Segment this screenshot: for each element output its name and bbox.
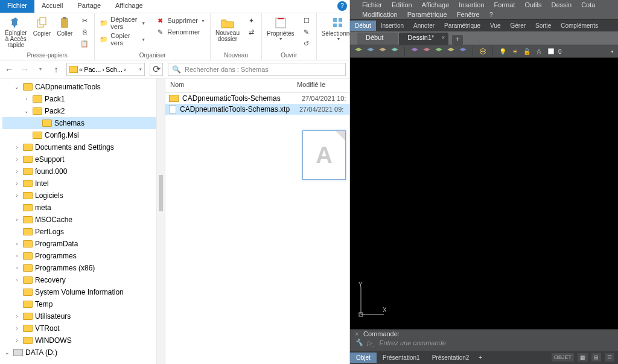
chevron-right-icon[interactable]: › [13, 325, 21, 331]
tree-node[interactable]: ⌄CADpneumaticTools [2, 81, 156, 93]
tab-share[interactable]: Partage [70, 0, 108, 13]
plot-icon[interactable]: ⎙ [534, 46, 544, 56]
tree-node[interactable]: ›Logiciels [2, 190, 156, 202]
tree-node[interactable]: ›eSupport [2, 153, 156, 165]
properties-button[interactable]: Propriétés ▼ [264, 15, 297, 42]
tab-home[interactable]: Accueil [34, 0, 70, 13]
chevron-down-icon[interactable]: ⌄ [13, 84, 21, 90]
tree-node[interactable]: ›ProgramData [2, 238, 156, 250]
menu-item[interactable]: Fichier [357, 1, 387, 8]
menu-item[interactable]: Paramétrique [403, 11, 452, 18]
menu-item[interactable]: Insertion [454, 1, 489, 8]
doc-tab-start[interactable]: Début [357, 33, 398, 45]
tree-node[interactable]: ›Programmes [2, 250, 156, 262]
help-icon[interactable]: ? [337, 1, 347, 11]
chevron-right-icon[interactable]: › [13, 313, 21, 319]
tree-node[interactable]: ›MSOCache [2, 214, 156, 226]
ribbon-tab[interactable]: Compléments [556, 21, 603, 31]
tree-scrollbar[interactable] [157, 78, 165, 364]
chevron-right-icon[interactable]: › [13, 180, 21, 187]
color-swatch[interactable] [546, 46, 556, 56]
tree-node[interactable]: Config.Msi [2, 129, 156, 141]
layer-tool-icon[interactable] [378, 46, 387, 56]
layer-props-icon[interactable] [478, 46, 488, 56]
sun-icon[interactable]: ☀ [510, 46, 520, 56]
tree-node[interactable]: ›WINDOWS [2, 334, 156, 346]
cut-button[interactable]: ✂ [77, 15, 92, 26]
breadcrumb[interactable]: « Pac... › Sch... › ▾ [66, 63, 145, 76]
delete-button[interactable]: ✖Supprimer▼ [153, 15, 208, 26]
tree-node[interactable]: ›Recovery [2, 274, 156, 286]
refresh-button[interactable]: ⟳ [150, 63, 163, 76]
layer-tool-icon[interactable] [390, 46, 400, 56]
search-input[interactable]: 🔍 Rechercher dans : Schemas [168, 63, 346, 76]
chevron-right-icon[interactable]: › [13, 144, 21, 150]
new-tab-button[interactable]: + [452, 35, 463, 45]
menu-item[interactable]: Modification [357, 11, 403, 18]
layer-tool-icon[interactable] [354, 46, 363, 56]
menu-item[interactable]: Edition [387, 1, 417, 8]
ribbon-tab[interactable]: Gérer [506, 21, 531, 31]
layer-tool-icon[interactable] [458, 46, 468, 56]
chevron-right-icon[interactable]: › [13, 168, 21, 174]
chevron-right-icon[interactable]: › [13, 217, 21, 223]
command-input[interactable]: 🔧 ▷_ Entrez une commande [350, 338, 618, 348]
tree-node[interactable]: ›Documents and Settings [2, 141, 156, 153]
menu-item[interactable]: Outils [520, 1, 546, 8]
status-objet[interactable]: OBJET [552, 353, 574, 362]
file-list[interactable]: Nom Modifié le CADpneumaticTools-Schemas… [165, 78, 349, 364]
history-button[interactable]: ↺ [299, 38, 314, 49]
paste-button[interactable]: Coller [54, 15, 75, 37]
history-dropdown[interactable]: ▾ [35, 64, 46, 75]
layer-tool-icon[interactable] [410, 46, 419, 56]
ribbon-tab[interactable]: Sortie [530, 21, 556, 31]
tree-node[interactable]: ›Utilisateurs [2, 310, 156, 322]
ribbon-tab[interactable]: Paramétrique [439, 21, 485, 31]
chevron-right-icon[interactable]: › [13, 265, 21, 271]
back-button[interactable]: ← [4, 64, 14, 75]
chevron-right-icon[interactable]: › [13, 241, 21, 247]
menu-item[interactable]: Cota [576, 1, 600, 8]
file-row[interactable]: CADpneumaticTools-Schemas.xtp27/04/2021 … [165, 104, 349, 115]
layer-name[interactable]: 0 [558, 48, 562, 55]
ribbon-tab[interactable]: Début [350, 21, 376, 31]
menu-item[interactable]: Affichage [417, 1, 454, 8]
file-row[interactable]: CADpneumaticTools-Schemas27/04/2021 10: [165, 93, 349, 104]
layer-tool-icon[interactable] [434, 46, 444, 56]
tree-node[interactable]: ⌄Pack2 [2, 105, 156, 117]
copy-button[interactable]: Copier [31, 15, 53, 37]
chevron-down-icon[interactable]: ▾ [139, 67, 142, 72]
copy-path-button[interactable]: ⎘ [77, 27, 92, 37]
ribbon-tab[interactable]: Vue [485, 21, 505, 31]
up-button[interactable]: ↑ [51, 64, 62, 75]
paste-shortcut-button[interactable]: 📋 [77, 38, 92, 49]
chevron-right-icon[interactable]: › [13, 337, 21, 343]
ribbon-tab[interactable]: Annoter [409, 21, 439, 31]
layout-tab-p2[interactable]: Présentation2 [426, 353, 476, 363]
status-menu-icon[interactable]: ☰ [605, 353, 614, 362]
tab-file[interactable]: Fichier [0, 0, 34, 13]
menu-item[interactable]: Dessin [547, 1, 577, 8]
chevron-right-icon[interactable]: › [13, 277, 21, 283]
add-layout-button[interactable]: + [475, 353, 486, 363]
move-to-button[interactable]: 📁Déplacer vers▼ [97, 15, 148, 31]
column-modified[interactable]: Modifié le [292, 78, 331, 92]
layer-tool-icon[interactable] [422, 46, 432, 56]
ribbon-tab[interactable]: Insertion [376, 21, 409, 31]
open-button[interactable]: ☐ [299, 15, 314, 26]
chevron-right-icon[interactable]: › [13, 156, 21, 162]
pin-button[interactable]: Épingler à Accès rapide [2, 15, 30, 49]
easy-access-button[interactable]: ⇄ [244, 27, 259, 37]
tree-node[interactable]: ⌄DATA (D:) [2, 346, 156, 359]
chevron-right-icon[interactable]: › [23, 96, 30, 102]
layout-tab-p1[interactable]: Présentation1 [377, 353, 426, 363]
tree-node[interactable]: Schemas [2, 117, 156, 129]
layer-tool-icon[interactable] [366, 46, 375, 56]
close-tab-icon[interactable]: × [442, 34, 445, 41]
close-icon[interactable]: × [355, 330, 363, 337]
menu-item[interactable]: Fenêtre [452, 11, 485, 18]
status-grid-icon[interactable]: ▦ [578, 353, 588, 362]
file-list-header[interactable]: Nom Modifié le [165, 78, 349, 93]
scrollbar-thumb[interactable] [159, 175, 163, 211]
folder-tree[interactable]: ⌄CADpneumaticTools›Pack1⌄Pack2SchemasCon… [0, 78, 157, 364]
